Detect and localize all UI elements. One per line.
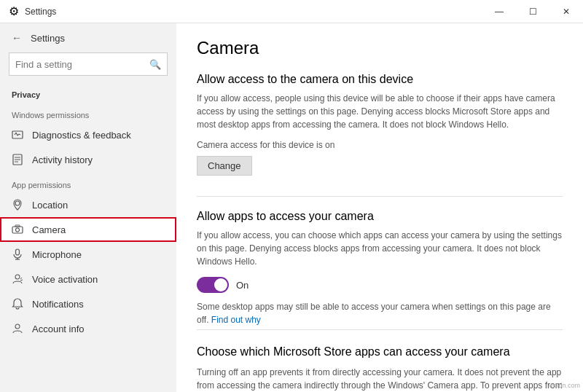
- allow-device-description: If you allow access, people using this d…: [197, 92, 563, 131]
- minimize-button[interactable]: —: [482, 0, 516, 23]
- account-icon: [12, 323, 23, 334]
- divider-2: [197, 329, 563, 330]
- svg-point-9: [15, 201, 20, 205]
- sidebar-item-camera-label: Camera: [32, 224, 66, 235]
- toggle-label: On: [236, 280, 249, 291]
- sidebar-item-microphone[interactable]: Microphone: [0, 242, 176, 267]
- sidebar-item-diagnostics-label: Diagnostics & feedback: [32, 130, 131, 141]
- sidebar-item-account-label: Account info: [32, 324, 85, 334]
- diagnostics-icon: [12, 129, 23, 141]
- svg-rect-13: [16, 249, 20, 255]
- watermark: vsxdn.com: [549, 382, 580, 389]
- back-arrow-icon: ←: [12, 32, 22, 44]
- titlebar-controls: — ☐ ✕: [482, 0, 583, 23]
- svg-line-3: [17, 134, 19, 136]
- sidebar: ← Settings 🔍 Privacy Windows permissions: [0, 23, 176, 392]
- sidebar-item-notifications-label: Notifications: [32, 299, 84, 310]
- find-out-why-link[interactable]: Find out why: [211, 315, 261, 325]
- svg-line-18: [20, 280, 23, 281]
- microphone-icon: [12, 248, 23, 260]
- titlebar-left: ⚙ Settings: [9, 4, 56, 18]
- svg-line-2: [16, 133, 17, 136]
- toggle-knob: [214, 278, 227, 291]
- search-input[interactable]: [15, 59, 149, 70]
- change-button[interactable]: Change: [197, 156, 252, 176]
- content-area: Camera Allow access to the camera on thi…: [176, 23, 583, 392]
- svg-point-19: [15, 324, 20, 329]
- sidebar-item-camera[interactable]: Camera: [0, 217, 176, 242]
- windows-permissions-heading: Windows permissions: [0, 102, 176, 122]
- sidebar-app-title: Settings: [31, 33, 65, 44]
- notifications-icon: [12, 298, 23, 310]
- maximize-button[interactable]: ☐: [516, 0, 549, 23]
- svg-line-17: [20, 278, 22, 279]
- sidebar-item-notifications[interactable]: Notifications: [0, 291, 176, 316]
- camera-icon: [12, 224, 23, 235]
- close-button[interactable]: ✕: [549, 0, 583, 23]
- titlebar: ⚙ Settings — ☐ ✕: [0, 0, 583, 23]
- sidebar-item-location-label: Location: [32, 200, 68, 211]
- app-body: ← Settings 🔍 Privacy Windows permissions: [0, 23, 583, 392]
- divider-1: [197, 196, 563, 197]
- svg-rect-12: [15, 225, 20, 227]
- sidebar-item-microphone-label: Microphone: [32, 249, 82, 260]
- svg-line-4: [19, 134, 20, 135]
- sidebar-item-diagnostics[interactable]: Diagnostics & feedback: [0, 122, 176, 147]
- sidebar-item-voice-label: Voice activation: [32, 274, 98, 285]
- privacy-heading: Privacy: [0, 85, 176, 102]
- allow-apps-title: Allow apps to access your camera: [197, 210, 563, 223]
- voice-icon: [12, 273, 23, 285]
- svg-point-16: [15, 275, 20, 279]
- svg-rect-10: [12, 227, 23, 233]
- app-permissions-heading: App permissions: [0, 172, 176, 192]
- choose-section-description: Turning off an app prevents it from dire…: [197, 366, 563, 392]
- allow-apps-description: If you allow access, you can choose whic…: [197, 229, 563, 268]
- sidebar-item-activity[interactable]: Activity history: [0, 147, 176, 172]
- sidebar-item-voice[interactable]: Voice activation: [0, 267, 176, 291]
- choose-section-title: Choose which Microsoft Store apps can ac…: [197, 345, 563, 360]
- sidebar-back-button[interactable]: ← Settings: [0, 23, 176, 52]
- camera-toggle[interactable]: [197, 277, 229, 293]
- camera-device-status: Camera access for this device is on: [197, 140, 563, 150]
- camera-toggle-row: On: [197, 277, 563, 293]
- sidebar-item-activity-label: Activity history: [32, 154, 93, 165]
- svg-point-11: [16, 228, 20, 232]
- search-icon: 🔍: [149, 59, 161, 70]
- location-icon: [12, 199, 23, 211]
- sidebar-item-location[interactable]: Location: [0, 192, 176, 217]
- allow-device-title: Allow access to the camera on this devic…: [197, 73, 563, 86]
- settings-icon: ⚙: [9, 4, 19, 18]
- sidebar-item-account[interactable]: Account info: [0, 316, 176, 341]
- search-box[interactable]: 🔍: [9, 52, 168, 76]
- page-title: Camera: [197, 38, 563, 58]
- titlebar-title: Settings: [25, 7, 56, 17]
- desktop-apps-note: Some desktop apps may still be able to a…: [197, 300, 563, 326]
- activity-icon: [12, 154, 23, 165]
